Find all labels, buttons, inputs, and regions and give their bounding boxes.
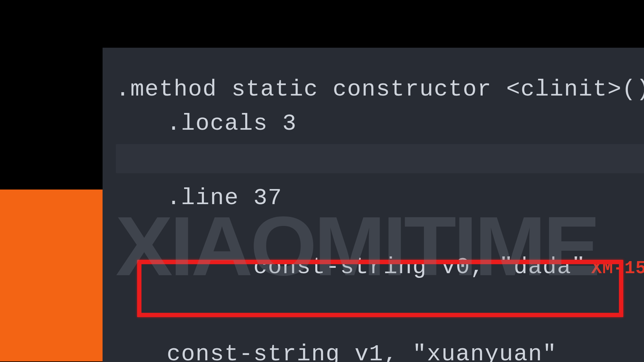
blank-band	[116, 144, 644, 173]
code-text-v0: const-string v0, "dada"	[254, 254, 586, 280]
code-line-locals: .locals 3	[116, 107, 644, 141]
code-line-linenumber: .line 37	[116, 181, 644, 216]
annot-xm15: XM-15	[586, 258, 644, 278]
code-line-blank2	[116, 319, 644, 338]
code-line-method: .method static constructor <clinit>()V	[116, 72, 644, 107]
code-line-v0: const-string v0, "dada"XM-15	[116, 216, 644, 319]
code-line-v1: const-string v1, "xuanyuan"	[116, 338, 644, 362]
code-panel: .method static constructor <clinit>()V .…	[103, 48, 644, 362]
